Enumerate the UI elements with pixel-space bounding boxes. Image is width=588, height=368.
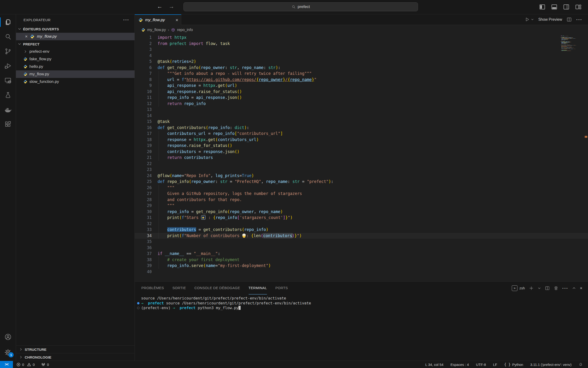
close-panel-icon[interactable]: × [580,287,582,290]
code-line-28[interactable]: 28 and contributors for that repo. [135,197,588,203]
bell-icon[interactable] [579,362,583,367]
code-line-13[interactable]: 13 [135,107,588,113]
language-status[interactable]: { } Python [504,362,523,367]
code-line-3[interactable]: 3 [135,47,588,53]
close-icon[interactable]: × [176,18,178,22]
open-editor-item[interactable]: × my_flow.py [16,33,134,40]
code-line-30[interactable]: 30 repo_info = get_repo_info(repo_owner,… [135,209,588,215]
eol-status[interactable]: LF [493,363,497,367]
code-line-24[interactable]: 24@flow(name="Repo Info", log_prints=Tru… [135,173,588,179]
open-editors-header[interactable]: ÉDITEURS OUVERTS [16,25,134,33]
explorer-more-actions-icon[interactable]: ··· [123,18,129,21]
code-line-18[interactable]: 18 response = httpx.get(contributors_url… [135,137,588,143]
python-interpreter[interactable]: 3.11.1 ('prefect-env': venv) [530,363,571,367]
code-line-22[interactable]: 22 [135,161,588,167]
terminal-line[interactable]: → prefect source /Users/henricourdent/gi… [141,301,588,306]
code-line-8[interactable]: 8 url = f"https://api.github.com/repos/{… [135,77,588,83]
navigate-back-icon[interactable]: ← [156,3,164,10]
account-button[interactable] [0,330,16,343]
code-line-15[interactable]: 15@task [135,119,588,125]
terminal-line[interactable]: (prefect-env) → prefect python3 my_flow.… [141,306,588,311]
tab-my-flow[interactable]: my_flow.py × [135,14,181,25]
code-line-6[interactable]: 6def get_repo_info(repo_owner: str, repo… [135,65,588,71]
split-terminal-icon[interactable] [545,286,550,291]
tree-item-slow_function-py[interactable]: slow_function.py [16,78,134,85]
timeline-section[interactable]: CHRONOLOGIE [16,353,134,361]
terminal-instance-zsh[interactable]: > zsh [512,285,525,291]
code-line-11[interactable]: 11 repo_info = api_response.json() [135,95,588,101]
encoding-status[interactable]: UTF-8 [476,363,486,367]
activity-source-control[interactable] [0,44,16,59]
code-line-9[interactable]: 9 api_response = httpx.get(url) [135,83,588,89]
toggle-sidebar-icon[interactable] [539,4,545,10]
panel-more-actions-icon[interactable]: ··· [562,287,569,289]
split-editor-icon[interactable] [567,17,572,22]
new-terminal-icon[interactable] [529,286,534,291]
code-line-7[interactable]: 7 """Get info about a repo - will retry … [135,71,588,77]
maximize-panel-icon[interactable] [572,286,576,290]
code-line-25[interactable]: 25def repo_info(repo_owner: str = "Prefe… [135,179,588,185]
code-line-38[interactable]: 38 # create your first deployment [135,257,588,263]
code-line-27[interactable]: 27 Given a GitHub repository, logs the n… [135,191,588,197]
chevron-down-icon[interactable] [538,286,541,290]
code-line-5[interactable]: 5@task(retries=2) [135,59,588,65]
code-line-19[interactable]: 19 response.raise_for_status() [135,143,588,149]
code-line-37[interactable]: 37if __name__ == "__main__": [135,251,588,257]
activity-search[interactable] [0,29,16,44]
show-preview-button[interactable]: Show Preview [538,18,562,22]
code-line-2[interactable]: 2from prefect import flow, task [135,41,588,47]
code-line-33[interactable]: 33 contributors = get_contributors(repo_… [135,227,588,233]
activity-explorer[interactable] [0,15,16,29]
activity-extensions[interactable] [0,117,16,132]
code-line-29[interactable]: 29 """ [135,203,588,209]
navigate-forward-icon[interactable]: → [167,3,176,10]
code-line-14[interactable]: 14 [135,113,588,119]
tree-item-prefect-env[interactable]: prefect-env [16,48,134,55]
code-line-17[interactable]: 17 contributors_url = repo_info["contrib… [135,131,588,137]
panel-tab-sortie[interactable]: SORTIE [172,282,186,294]
tree-item-my_flow-py[interactable]: my_flow.py [16,70,134,78]
code-line-40[interactable]: 40 [135,269,588,275]
editor-more-actions-icon[interactable]: ··· [576,18,582,21]
toggle-secondary-sidebar-icon[interactable] [563,4,570,10]
problems-status[interactable]: 0 0 [17,363,35,367]
panel-tab-ports[interactable]: PORTS [275,282,288,294]
activity-run-debug[interactable] [0,59,16,73]
tree-item-fake_flow-py[interactable]: fake_flow.py [16,55,134,63]
activity-remote-explorer[interactable] [0,73,16,88]
customize-layout-icon[interactable] [575,4,581,10]
code-line-35[interactable]: 35 [135,239,588,245]
panel-tab-console-de-d-bogage[interactable]: CONSOLE DE DÉBOGAGE [194,282,240,294]
activity-testing[interactable] [0,88,16,102]
code-line-16[interactable]: 16def get_contributors(repo_info: dict): [135,125,588,131]
editor[interactable]: 1import httpx2from prefect import flow, … [135,35,588,281]
close-icon[interactable]: × [25,35,27,38]
activity-docker[interactable] [0,102,16,117]
indentation-status[interactable]: Espaces : 4 [450,363,469,367]
settings-button[interactable]: 1 [0,346,16,359]
run-python-button[interactable] [525,17,534,22]
project-section-header[interactable]: PREFECT [16,40,134,48]
code-line-20[interactable]: 20 contributors = response.json() [135,149,588,155]
tree-item-hello-py[interactable]: hello.py [16,63,134,70]
code-line-21[interactable]: 21 return contributors [135,155,588,161]
code-line-39[interactable]: 39 repo_info.serve(name="my-first-deploy… [135,263,588,269]
kill-terminal-trash-icon[interactable] [554,286,558,291]
code-line-34[interactable]: 34 print(f"Number of contributors : {len… [135,233,588,239]
breadcrumb-symbol[interactable]: repo_info [177,28,193,32]
code-line-1[interactable]: 1import httpx [135,35,588,41]
code-line-12[interactable]: 12 return repo_info [135,101,588,107]
panel-tab-terminal[interactable]: TERMINAL [249,282,267,294]
code-line-4[interactable]: 4 [135,53,588,59]
remote-indicator[interactable]: >< [0,361,13,368]
code-line-23[interactable]: 23 [135,167,588,173]
terminal-line[interactable]: source /Users/henricourdent/git/prefect/… [141,296,588,301]
terminal-output[interactable]: source /Users/henricourdent/git/prefect/… [135,294,588,311]
code-line-32[interactable]: 32 [135,221,588,227]
code-line-10[interactable]: 10 api_response.raise_for_status() [135,89,588,95]
breadcrumb-file[interactable]: my_flow.py [147,28,166,32]
toggle-panel-icon[interactable] [551,4,557,10]
structure-section[interactable]: STRUCTURE [16,345,134,353]
code-line-26[interactable]: 26 """ [135,185,588,191]
code-line-31[interactable]: 31 print(f"Stars : {repo_info['stargazer… [135,215,588,221]
